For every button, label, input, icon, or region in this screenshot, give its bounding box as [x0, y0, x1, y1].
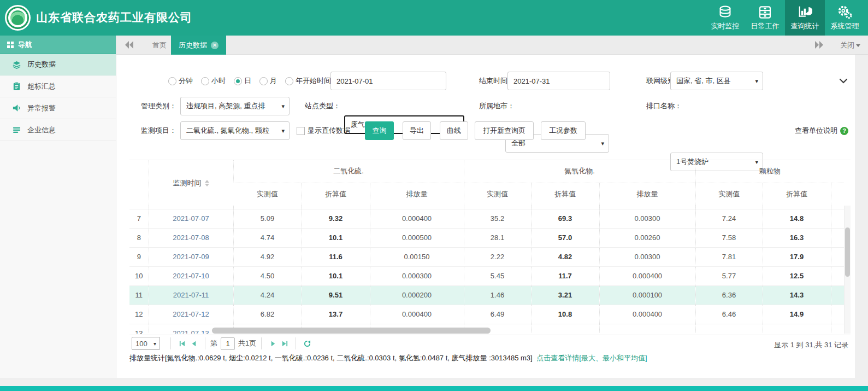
nav-label: 查询统计	[791, 21, 819, 31]
curve-button[interactable]: 曲线	[440, 121, 468, 140]
radio-year[interactable]: 年	[285, 76, 303, 86]
cell	[831, 247, 844, 266]
nav-query-statistics[interactable]: 查询统计	[785, 0, 825, 36]
export-button[interactable]: 导出	[403, 121, 431, 140]
direct-data-checkbox[interactable]: 显示直传数据	[297, 121, 350, 140]
checkbox-icon	[297, 127, 305, 135]
cell: 1.46	[464, 285, 531, 305]
radio-hour[interactable]: 小时	[201, 76, 226, 86]
start-time-input[interactable]: 2021-07-01	[330, 72, 446, 90]
monitor-time-header[interactable]: 监测时间	[149, 160, 233, 206]
cell: 0.000400	[370, 305, 464, 324]
network-level-select[interactable]: 国家, 省, 市, 区县▾	[670, 72, 763, 90]
row-number: 11	[129, 285, 149, 305]
clipboard-icon	[12, 81, 21, 91]
table-row[interactable]: 82021-07-084.7410.10.00050028.157.00.002…	[129, 228, 844, 247]
tabs-scroll-right-icon[interactable]	[814, 40, 824, 49]
tabs-scroll-left-icon[interactable]	[125, 40, 134, 49]
table-row[interactable]: 122021-07-126.8213.70.0004006.4910.80.00…	[129, 305, 844, 324]
collapse-filters-icon[interactable]	[839, 78, 848, 84]
cell: 4.74	[233, 228, 302, 247]
row-number: 13	[129, 324, 149, 334]
sidebar-item-enterprise-info[interactable]: 企业信息	[0, 119, 116, 141]
site-type-label: 站点类型：	[305, 97, 340, 115]
page-size-select[interactable]: 100▾	[132, 337, 160, 350]
row-number: 8	[129, 228, 149, 247]
tab-close-icon[interactable]: ✕	[211, 42, 219, 49]
table-row[interactable]: 72021-07-075.099.320.00040035.269.30.003…	[129, 209, 844, 228]
cell	[599, 324, 695, 334]
grid-icon	[7, 42, 14, 48]
sidebar-item-exceed-summary[interactable]: 超标汇总	[0, 75, 116, 97]
radio-minute[interactable]: 分钟	[168, 76, 193, 86]
table-body: 72021-07-075.099.320.00040035.269.30.003…	[129, 206, 844, 334]
cell: 4.92	[233, 247, 302, 266]
cell	[831, 324, 844, 334]
sub-header: 折算值	[302, 183, 370, 206]
radio-month[interactable]: 月	[259, 76, 277, 86]
nav-daily-work[interactable]: 日常工作	[745, 0, 785, 36]
table-row[interactable]: 112021-07-114.249.510.0002001.463.210.00…	[129, 285, 844, 305]
end-time-input[interactable]: 2021-07-31	[507, 72, 610, 90]
nav-realtime-monitor[interactable]: 实时监控	[705, 0, 745, 36]
cell	[831, 228, 844, 247]
first-page-button[interactable]	[176, 337, 188, 349]
manage-type-select[interactable]: 违规项目, 高架源, 重点排▾	[180, 97, 290, 115]
cell: 0.000400	[599, 266, 695, 285]
table-row[interactable]: 92021-07-094.9211.60.001502.224.820.0030…	[129, 247, 844, 266]
cell: 2.22	[464, 247, 531, 266]
pagination-bar: 100▾ 第 共1页	[129, 335, 851, 352]
sidebar-item-label: 企业信息	[27, 125, 56, 135]
radio-day[interactable]: 日	[234, 76, 251, 86]
sub-header: 排放量	[599, 183, 695, 206]
page-number-input[interactable]	[221, 337, 235, 350]
new-query-page-button[interactable]: 打开新查询页	[475, 121, 534, 140]
layers-icon	[12, 60, 21, 69]
row-number-header	[129, 160, 149, 206]
cell: 5.77	[695, 266, 763, 285]
cell: 6.36	[695, 285, 763, 305]
chevron-down-icon	[856, 44, 860, 47]
cell: 4.50	[233, 266, 302, 285]
row-date: 2021-07-08	[149, 228, 233, 247]
cell: 4.82	[531, 247, 599, 266]
cell: 0.000500	[370, 228, 464, 247]
next-page-button[interactable]	[267, 337, 279, 349]
manage-type-label: 管理类别：	[141, 97, 176, 115]
cell: 28.1	[464, 228, 531, 247]
condition-params-button[interactable]: 工况参数	[541, 121, 586, 140]
nav-system-manage[interactable]: 系统管理	[825, 0, 865, 36]
nav-label: 实时监控	[711, 21, 740, 31]
sidebar: 导航 历史数据 超标汇总 异常报警	[0, 36, 116, 378]
radio-icon	[259, 77, 268, 85]
query-button[interactable]: 查询	[365, 121, 394, 140]
cell: 6.46	[695, 305, 763, 324]
sidebar-item-history-data[interactable]: 历史数据	[0, 54, 116, 75]
vertical-scrollbar-thumb[interactable]	[845, 227, 850, 277]
unit-help-link[interactable]: 查看单位说明 ?	[795, 121, 848, 140]
sidebar-item-abnormal-alarm[interactable]: 异常报警	[0, 97, 116, 119]
cell: 4.24	[233, 285, 302, 305]
monitor-item-select[interactable]: 二氧化硫., 氮氧化物., 颗粒▾	[180, 121, 290, 140]
table-row[interactable]: 102021-07-104.5010.10.0003005.4511.70.00…	[129, 266, 844, 285]
last-page-button[interactable]	[279, 337, 291, 349]
horizontal-scrollbar-thumb[interactable]	[212, 328, 491, 334]
emission-status-line: 排放量统计[氮氧化物.:0.0629 t, 烟尘:0.0212 t, 一氧化碳.…	[129, 353, 851, 363]
close-tabs-menu[interactable]: 关闭	[840, 36, 860, 55]
cell	[831, 285, 844, 305]
cell: 9.32	[302, 209, 370, 228]
prev-page-button[interactable]	[188, 337, 200, 349]
help-icon: ?	[840, 127, 848, 135]
sidebar-item-label: 异常报警	[27, 103, 56, 113]
sub-header: 实测值	[464, 183, 531, 206]
top-header: 山东省联合农药工业有限公司 实时监控 日常工作	[0, 0, 868, 36]
tab-history-data[interactable]: 历史数据 ✕	[171, 36, 226, 55]
vertical-scrollbar[interactable]	[844, 206, 851, 334]
view-detail-link[interactable]: 点击查看详情[最大、最小和平均值]	[536, 354, 647, 362]
sort-icon[interactable]	[205, 180, 209, 186]
cell: 5.09	[233, 209, 302, 228]
refresh-button[interactable]	[301, 337, 313, 349]
group-header-pm: 颗粒物	[695, 160, 844, 183]
nav-label: 系统管理	[831, 21, 859, 31]
outlet-label: 排口名称：	[646, 97, 682, 115]
